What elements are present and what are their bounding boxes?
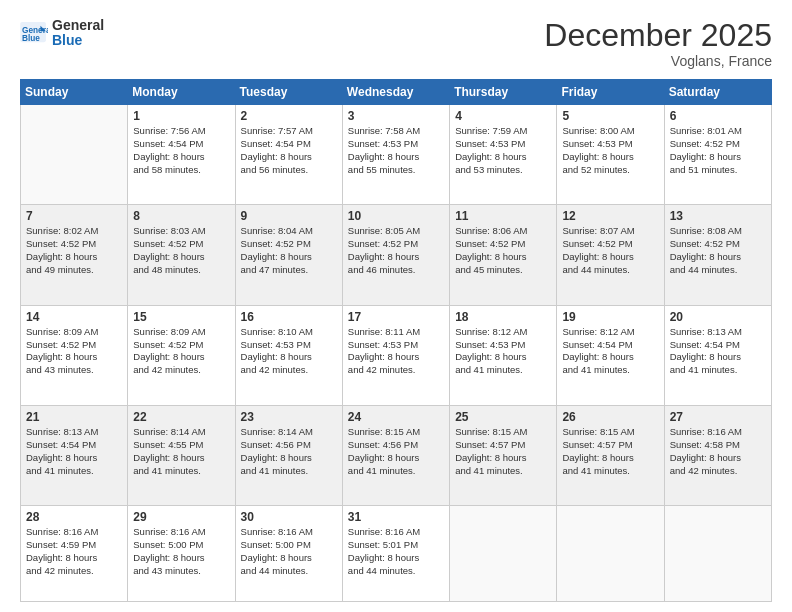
day-info: Sunrise: 8:05 AMSunset: 4:52 PMDaylight:… xyxy=(348,225,445,276)
day-number: 8 xyxy=(133,209,230,223)
day-number: 11 xyxy=(455,209,552,223)
day-cell: 7Sunrise: 8:02 AMSunset: 4:52 PMDaylight… xyxy=(21,205,128,305)
day-cell: 6Sunrise: 8:01 AMSunset: 4:52 PMDaylight… xyxy=(664,105,771,205)
day-cell: 9Sunrise: 8:04 AMSunset: 4:52 PMDaylight… xyxy=(235,205,342,305)
day-info: Sunrise: 8:06 AMSunset: 4:52 PMDaylight:… xyxy=(455,225,552,276)
day-number: 22 xyxy=(133,410,230,424)
location: Voglans, France xyxy=(544,53,772,69)
day-info: Sunrise: 8:14 AMSunset: 4:56 PMDaylight:… xyxy=(241,426,338,477)
day-number: 25 xyxy=(455,410,552,424)
week-row: 28Sunrise: 8:16 AMSunset: 4:59 PMDayligh… xyxy=(21,506,772,602)
day-info: Sunrise: 8:07 AMSunset: 4:52 PMDaylight:… xyxy=(562,225,659,276)
day-info: Sunrise: 8:15 AMSunset: 4:56 PMDaylight:… xyxy=(348,426,445,477)
day-number: 24 xyxy=(348,410,445,424)
week-row: 7Sunrise: 8:02 AMSunset: 4:52 PMDaylight… xyxy=(21,205,772,305)
day-number: 14 xyxy=(26,310,123,324)
month-title: December 2025 xyxy=(544,18,772,53)
day-info: Sunrise: 8:01 AMSunset: 4:52 PMDaylight:… xyxy=(670,125,767,176)
day-info: Sunrise: 8:16 AMSunset: 4:58 PMDaylight:… xyxy=(670,426,767,477)
day-header-friday: Friday xyxy=(557,80,664,105)
day-number: 30 xyxy=(241,510,338,524)
day-info: Sunrise: 8:03 AMSunset: 4:52 PMDaylight:… xyxy=(133,225,230,276)
day-info: Sunrise: 8:10 AMSunset: 4:53 PMDaylight:… xyxy=(241,326,338,377)
logo-line1: General xyxy=(52,18,104,33)
day-info: Sunrise: 8:11 AMSunset: 4:53 PMDaylight:… xyxy=(348,326,445,377)
day-number: 3 xyxy=(348,109,445,123)
day-cell: 28Sunrise: 8:16 AMSunset: 4:59 PMDayligh… xyxy=(21,506,128,602)
day-cell: 23Sunrise: 8:14 AMSunset: 4:56 PMDayligh… xyxy=(235,406,342,506)
day-number: 19 xyxy=(562,310,659,324)
day-number: 10 xyxy=(348,209,445,223)
logo-line2: Blue xyxy=(52,33,104,48)
day-cell xyxy=(664,506,771,602)
day-cell xyxy=(557,506,664,602)
logo-icon: General Blue xyxy=(20,22,48,44)
day-info: Sunrise: 8:16 AMSunset: 4:59 PMDaylight:… xyxy=(26,526,123,577)
day-number: 28 xyxy=(26,510,123,524)
day-info: Sunrise: 8:15 AMSunset: 4:57 PMDaylight:… xyxy=(562,426,659,477)
day-number: 18 xyxy=(455,310,552,324)
day-cell: 25Sunrise: 8:15 AMSunset: 4:57 PMDayligh… xyxy=(450,406,557,506)
logo: General Blue General Blue xyxy=(20,18,104,49)
day-info: Sunrise: 7:56 AMSunset: 4:54 PMDaylight:… xyxy=(133,125,230,176)
day-info: Sunrise: 8:16 AMSunset: 5:00 PMDaylight:… xyxy=(241,526,338,577)
day-header-wednesday: Wednesday xyxy=(342,80,449,105)
day-cell xyxy=(21,105,128,205)
day-info: Sunrise: 8:13 AMSunset: 4:54 PMDaylight:… xyxy=(26,426,123,477)
day-cell: 29Sunrise: 8:16 AMSunset: 5:00 PMDayligh… xyxy=(128,506,235,602)
day-info: Sunrise: 8:14 AMSunset: 4:55 PMDaylight:… xyxy=(133,426,230,477)
day-cell: 20Sunrise: 8:13 AMSunset: 4:54 PMDayligh… xyxy=(664,305,771,405)
day-info: Sunrise: 8:16 AMSunset: 5:01 PMDaylight:… xyxy=(348,526,445,577)
day-info: Sunrise: 8:16 AMSunset: 5:00 PMDaylight:… xyxy=(133,526,230,577)
day-info: Sunrise: 8:09 AMSunset: 4:52 PMDaylight:… xyxy=(26,326,123,377)
day-number: 23 xyxy=(241,410,338,424)
title-block: December 2025 Voglans, France xyxy=(544,18,772,69)
day-number: 1 xyxy=(133,109,230,123)
day-header-saturday: Saturday xyxy=(664,80,771,105)
day-header-monday: Monday xyxy=(128,80,235,105)
day-number: 4 xyxy=(455,109,552,123)
day-cell: 31Sunrise: 8:16 AMSunset: 5:01 PMDayligh… xyxy=(342,506,449,602)
day-number: 9 xyxy=(241,209,338,223)
day-number: 29 xyxy=(133,510,230,524)
day-info: Sunrise: 8:04 AMSunset: 4:52 PMDaylight:… xyxy=(241,225,338,276)
day-cell: 5Sunrise: 8:00 AMSunset: 4:53 PMDaylight… xyxy=(557,105,664,205)
day-number: 12 xyxy=(562,209,659,223)
calendar-table: SundayMondayTuesdayWednesdayThursdayFrid… xyxy=(20,79,772,602)
header-row: SundayMondayTuesdayWednesdayThursdayFrid… xyxy=(21,80,772,105)
day-cell: 24Sunrise: 8:15 AMSunset: 4:56 PMDayligh… xyxy=(342,406,449,506)
day-cell: 21Sunrise: 8:13 AMSunset: 4:54 PMDayligh… xyxy=(21,406,128,506)
day-cell: 11Sunrise: 8:06 AMSunset: 4:52 PMDayligh… xyxy=(450,205,557,305)
day-cell: 10Sunrise: 8:05 AMSunset: 4:52 PMDayligh… xyxy=(342,205,449,305)
header: General Blue General Blue December 2025 … xyxy=(20,18,772,69)
page: General Blue General Blue December 2025 … xyxy=(0,0,792,612)
week-row: 1Sunrise: 7:56 AMSunset: 4:54 PMDaylight… xyxy=(21,105,772,205)
day-number: 7 xyxy=(26,209,123,223)
day-cell: 1Sunrise: 7:56 AMSunset: 4:54 PMDaylight… xyxy=(128,105,235,205)
day-cell: 4Sunrise: 7:59 AMSunset: 4:53 PMDaylight… xyxy=(450,105,557,205)
day-number: 15 xyxy=(133,310,230,324)
day-cell: 30Sunrise: 8:16 AMSunset: 5:00 PMDayligh… xyxy=(235,506,342,602)
day-cell: 22Sunrise: 8:14 AMSunset: 4:55 PMDayligh… xyxy=(128,406,235,506)
day-info: Sunrise: 8:08 AMSunset: 4:52 PMDaylight:… xyxy=(670,225,767,276)
day-info: Sunrise: 8:09 AMSunset: 4:52 PMDaylight:… xyxy=(133,326,230,377)
day-number: 5 xyxy=(562,109,659,123)
day-info: Sunrise: 8:02 AMSunset: 4:52 PMDaylight:… xyxy=(26,225,123,276)
day-cell: 18Sunrise: 8:12 AMSunset: 4:53 PMDayligh… xyxy=(450,305,557,405)
day-cell xyxy=(450,506,557,602)
day-info: Sunrise: 8:15 AMSunset: 4:57 PMDaylight:… xyxy=(455,426,552,477)
day-number: 31 xyxy=(348,510,445,524)
day-cell: 16Sunrise: 8:10 AMSunset: 4:53 PMDayligh… xyxy=(235,305,342,405)
day-cell: 27Sunrise: 8:16 AMSunset: 4:58 PMDayligh… xyxy=(664,406,771,506)
day-info: Sunrise: 8:12 AMSunset: 4:53 PMDaylight:… xyxy=(455,326,552,377)
day-number: 13 xyxy=(670,209,767,223)
week-row: 21Sunrise: 8:13 AMSunset: 4:54 PMDayligh… xyxy=(21,406,772,506)
day-number: 26 xyxy=(562,410,659,424)
day-header-sunday: Sunday xyxy=(21,80,128,105)
day-number: 2 xyxy=(241,109,338,123)
day-cell: 14Sunrise: 8:09 AMSunset: 4:52 PMDayligh… xyxy=(21,305,128,405)
day-number: 27 xyxy=(670,410,767,424)
day-cell: 26Sunrise: 8:15 AMSunset: 4:57 PMDayligh… xyxy=(557,406,664,506)
day-info: Sunrise: 8:00 AMSunset: 4:53 PMDaylight:… xyxy=(562,125,659,176)
day-info: Sunrise: 7:58 AMSunset: 4:53 PMDaylight:… xyxy=(348,125,445,176)
